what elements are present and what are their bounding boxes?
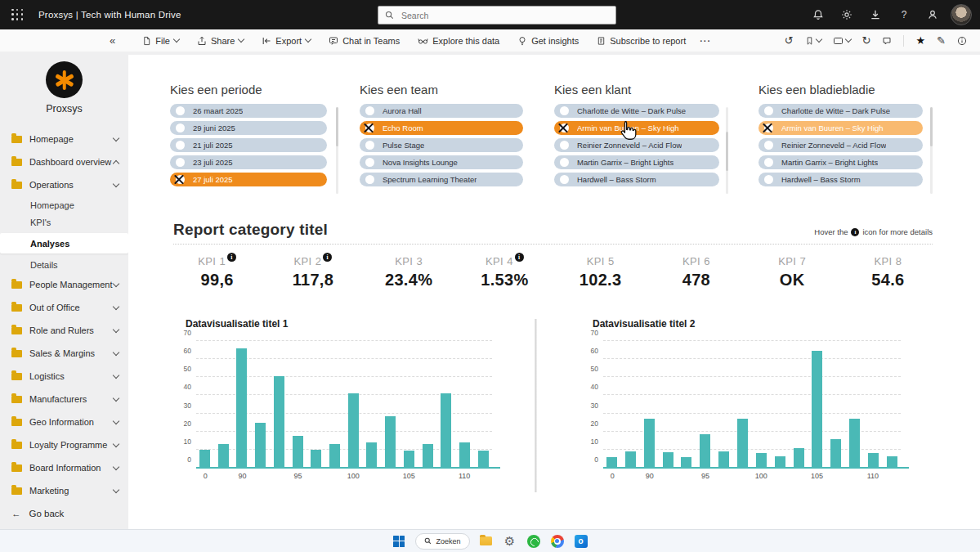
windows-settings-icon[interactable]: ⚙ (503, 534, 517, 549)
chrome-icon[interactable] (550, 534, 565, 549)
slicer-option-spectrum-learning-theater[interactable]: Spectrum Learning Theater (360, 173, 523, 186)
slicer-scrollbar[interactable] (726, 107, 728, 194)
comment-icon[interactable] (879, 34, 895, 48)
bar[interactable] (348, 393, 359, 468)
bar[interactable] (293, 436, 303, 468)
bar[interactable] (236, 348, 247, 468)
slicer-option-reinier-zonneveld-acid-flow[interactable]: Reinier Zonneveld – Acid Flow (554, 138, 719, 152)
sidebar-item-dashboard-overview[interactable]: Dashboard overview (0, 150, 128, 173)
toolbar-file-button[interactable]: File (135, 33, 186, 49)
bar[interactable] (606, 457, 617, 468)
bar[interactable] (718, 451, 729, 468)
slicer-option-armin-van-buuren-sky-high[interactable]: Armin van Buuren – Sky High (554, 121, 719, 135)
sidebar-item-homepage[interactable]: Homepage (0, 196, 128, 213)
download-icon[interactable] (865, 4, 886, 25)
sidebar-item-people-management[interactable]: People Management (0, 273, 128, 296)
whatsapp-icon[interactable] (526, 534, 541, 549)
info-icon[interactable]: i (515, 253, 524, 262)
info-icon[interactable]: i (323, 253, 332, 262)
bar[interactable] (329, 444, 340, 468)
bar[interactable] (849, 419, 860, 468)
slicer-option-armin-van-buuren-sky-high[interactable]: Armin van Buuren – Sky High (758, 121, 923, 135)
bar[interactable] (255, 423, 266, 468)
slicer-option-charlotte-de-witte-dark-pulse[interactable]: Charlotte de Witte – Dark Pulse (758, 104, 923, 118)
toolbar-export-button[interactable]: Export (254, 33, 318, 49)
sidebar-item-marketing[interactable]: Marketing (0, 479, 128, 502)
slicer-option-nova-insights-lounge[interactable]: Nova Insights Lounge (360, 155, 523, 169)
info-icon[interactable] (954, 34, 970, 48)
sidebar-item-homepage[interactable]: Homepage (0, 128, 128, 150)
slicer-option-pulse-stage[interactable]: Pulse Stage (360, 138, 523, 152)
toolbar-chat-in-teams-button[interactable]: Chat in Teams (321, 33, 407, 49)
bar[interactable] (385, 416, 396, 468)
bar[interactable] (404, 451, 414, 468)
slicer-option-reinier-zonneveld-acid-flow[interactable]: Reinier Zonneveld – Acid Flow (758, 138, 923, 152)
bar[interactable] (775, 456, 785, 468)
bar[interactable] (274, 376, 284, 468)
slicer-scrollbar[interactable] (930, 107, 933, 194)
reset-icon[interactable]: ↺ (781, 32, 797, 49)
edit-pencil-icon[interactable]: ✎ (933, 32, 949, 49)
file-explorer-icon[interactable] (479, 534, 494, 549)
notifications-icon[interactable] (808, 4, 829, 25)
sidebar-item-kpi-s[interactable]: KPI's (0, 213, 128, 231)
bar[interactable] (423, 444, 433, 468)
bar[interactable] (868, 453, 879, 468)
slicer-option-21-juli-2025[interactable]: 21 juli 2025 (170, 138, 327, 152)
slicer-option-29-juni-2025[interactable]: 29 juni 2025 (170, 121, 327, 135)
sidebar-item-role-and-rulers[interactable]: Role and Rulers (0, 319, 128, 342)
settings-icon[interactable] (836, 4, 857, 25)
bar[interactable] (756, 453, 767, 468)
slicer-option-aurora-hall[interactable]: Aurora Hall (360, 104, 523, 118)
refresh-icon[interactable]: ↻ (859, 32, 875, 49)
help-icon[interactable]: ? (893, 4, 915, 25)
go-back-button[interactable]: ← Go back (11, 509, 64, 518)
more-options-button[interactable]: ··· (693, 33, 718, 49)
bar[interactable] (700, 434, 710, 468)
bar[interactable] (681, 457, 691, 468)
bar[interactable] (794, 448, 804, 468)
slicer-option-hardwell-bass-storm[interactable]: Hardwell – Bass Storm (554, 173, 719, 186)
favorite-star-icon[interactable]: ★ (912, 32, 929, 49)
bar[interactable] (366, 442, 377, 468)
sidebar-item-operations[interactable]: Operations (0, 173, 128, 196)
bar[interactable] (459, 442, 470, 468)
bar[interactable] (199, 450, 210, 468)
start-button-icon[interactable] (392, 534, 406, 549)
sidebar-item-geo-information[interactable]: Geo Information (0, 411, 128, 433)
bar[interactable] (887, 456, 897, 468)
bar[interactable] (812, 351, 822, 468)
bar[interactable] (644, 419, 655, 468)
user-avatar[interactable] (951, 4, 972, 25)
slicer-option-martin-garrix-bright-lights[interactable]: Martin Garrix – Bright Lights (758, 155, 923, 169)
bar[interactable] (478, 451, 489, 468)
scrollbar-thumb[interactable] (726, 132, 728, 171)
slicer-option-martin-garrix-bright-lights[interactable]: Martin Garrix – Bright Lights (554, 155, 719, 169)
sidebar-item-manufacturers[interactable]: Manufacturers (0, 388, 128, 411)
slicer-option-26-maart-2025[interactable]: 26 maart 2025 (170, 104, 327, 118)
sidebar-item-logistics[interactable]: Logistics (0, 365, 128, 388)
bar[interactable] (663, 452, 673, 468)
scrollbar-thumb[interactable] (930, 107, 933, 146)
bar[interactable] (625, 451, 636, 468)
slicer-option-echo-room[interactable]: Echo Room (360, 121, 523, 135)
sidebar-item-sales-margins[interactable]: Sales & Margins (0, 342, 128, 365)
bar[interactable] (441, 393, 451, 468)
taskbar-search-button[interactable]: Zoeken (415, 533, 469, 550)
slicer-option-23-juli-2025[interactable]: 23 juli 2025 (170, 155, 327, 169)
bar[interactable] (218, 444, 229, 468)
app-launcher-icon[interactable] (11, 9, 24, 21)
slicer-option-27-juli-2025[interactable]: 27 juli 2025 (170, 173, 327, 186)
toolbar-get-insights-button[interactable]: Get insights (510, 33, 586, 49)
global-search[interactable] (378, 6, 616, 25)
collapse-pane-icon[interactable]: « (110, 34, 114, 47)
toolbar-subscribe-to-report-button[interactable]: Subscribe to report (589, 33, 693, 49)
view-icon[interactable] (830, 34, 854, 48)
toolbar-share-button[interactable]: Share (190, 33, 251, 49)
bar[interactable] (830, 439, 841, 468)
slicer-option-charlotte-de-witte-dark-pulse[interactable]: Charlotte de Witte – Dark Pulse (554, 104, 719, 118)
account-icon[interactable] (922, 4, 943, 25)
sidebar-item-board-information[interactable]: Board Information (0, 456, 128, 479)
info-icon[interactable]: i (227, 253, 236, 262)
sidebar-item-out-of-office[interactable]: Out of Office (0, 296, 128, 319)
